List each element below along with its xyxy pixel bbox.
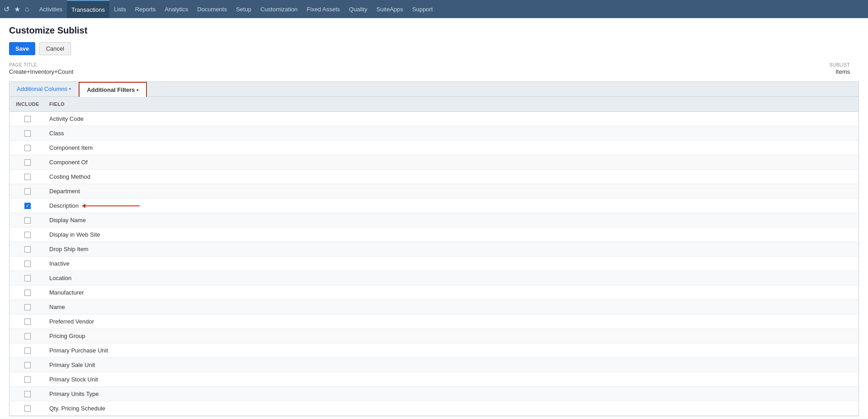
nav-item-reports[interactable]: Reports bbox=[131, 0, 160, 18]
table-row: Component Item bbox=[9, 141, 859, 155]
field-cell: Primary Purchase Unit bbox=[46, 345, 859, 356]
field-name: Display in Web Site bbox=[49, 231, 100, 238]
field-name: Location bbox=[49, 275, 71, 281]
table-row: Class bbox=[9, 126, 859, 141]
include-cell bbox=[9, 317, 46, 327]
nav-item-quality[interactable]: Quality bbox=[344, 0, 372, 18]
field-cell: Description bbox=[46, 200, 859, 211]
table-row: Preferred Vendor bbox=[9, 314, 859, 329]
field-cell: Drop Ship Item bbox=[46, 244, 859, 254]
field-checkbox[interactable] bbox=[24, 319, 31, 325]
page-title-section: PAGE TITLE Create+Inventory+Count bbox=[9, 62, 73, 75]
include-cell bbox=[9, 172, 46, 182]
field-checkbox[interactable] bbox=[24, 130, 31, 137]
nav-item-setup[interactable]: Setup bbox=[231, 0, 256, 18]
refresh-icon[interactable]: ↺ bbox=[4, 5, 9, 14]
field-checkbox[interactable] bbox=[24, 405, 31, 412]
field-cell: Class bbox=[46, 128, 859, 138]
field-name: Activity Code bbox=[49, 115, 84, 122]
field-checkbox[interactable] bbox=[24, 304, 31, 310]
nav-item-documents[interactable]: Documents bbox=[193, 0, 231, 18]
include-cell bbox=[9, 186, 46, 196]
cancel-button[interactable]: Cancel bbox=[39, 42, 71, 55]
field-checkbox[interactable] bbox=[24, 174, 31, 180]
home-icon[interactable]: ⌂ bbox=[25, 5, 29, 13]
nav-item-analytics[interactable]: Analytics bbox=[160, 0, 193, 18]
tab-0[interactable]: Additional Columns • bbox=[9, 82, 79, 96]
save-button[interactable]: Save bbox=[9, 42, 35, 55]
field-cell: Qty. Pricing Schedule bbox=[46, 403, 859, 414]
field-name: Costing Method bbox=[49, 173, 90, 180]
field-cell: Inactive bbox=[46, 258, 859, 269]
field-checkbox[interactable] bbox=[24, 203, 31, 209]
field-name: Component Item bbox=[49, 144, 93, 151]
nav-item-activities[interactable]: Activities bbox=[35, 0, 67, 18]
include-cell bbox=[9, 273, 46, 283]
table-row: Location bbox=[9, 271, 859, 286]
star-icon[interactable]: ★ bbox=[14, 5, 20, 14]
nav-item-suiteapps[interactable]: SuiteApps bbox=[372, 0, 407, 18]
nav-items: ActivitiesTransactionsListsReportsAnalyt… bbox=[35, 0, 438, 18]
field-checkbox[interactable] bbox=[24, 188, 31, 195]
field-name: Class bbox=[49, 130, 64, 137]
table-wrapper: INCLUDE FIELD Activity CodeClassComponen… bbox=[9, 96, 859, 416]
field-cell: Primary Units Type bbox=[46, 389, 859, 399]
field-name: Primary Purchase Unit bbox=[49, 347, 108, 354]
nav-item-support[interactable]: Support bbox=[408, 0, 438, 18]
field-checkbox[interactable] bbox=[24, 290, 31, 296]
field-checkbox[interactable] bbox=[24, 116, 31, 122]
field-name: Qty. Pricing Schedule bbox=[49, 405, 105, 412]
field-name: Primary Sale Unit bbox=[49, 362, 95, 368]
include-cell bbox=[9, 114, 46, 124]
field-checkbox[interactable] bbox=[24, 145, 31, 151]
field-cell: Display in Web Site bbox=[46, 229, 859, 240]
field-checkbox[interactable] bbox=[24, 376, 31, 383]
field-checkbox[interactable] bbox=[24, 348, 31, 354]
table-row: Qty. Pricing Schedule bbox=[9, 401, 859, 416]
include-cell bbox=[9, 215, 46, 225]
field-checkbox[interactable] bbox=[24, 232, 31, 238]
navbar: ↺ ★ ⌂ ActivitiesTransactionsListsReports… bbox=[0, 0, 868, 18]
page-title-value: Create+Inventory+Count bbox=[9, 68, 73, 75]
include-cell bbox=[9, 143, 46, 153]
sublist-label: SUBLIST bbox=[830, 62, 850, 67]
include-cell bbox=[9, 288, 46, 298]
table-body: Activity CodeClassComponent ItemComponen… bbox=[9, 112, 859, 416]
nav-item-transactions[interactable]: Transactions bbox=[67, 0, 109, 18]
field-checkbox[interactable] bbox=[24, 362, 31, 368]
include-cell bbox=[9, 302, 46, 312]
field-name: Description bbox=[49, 202, 79, 209]
field-checkbox[interactable] bbox=[24, 217, 31, 224]
action-buttons: Save Cancel bbox=[9, 42, 859, 55]
include-cell bbox=[9, 230, 46, 240]
navbar-icon-group: ↺ ★ ⌂ bbox=[4, 5, 29, 14]
nav-item-fixed-assets[interactable]: Fixed Assets bbox=[302, 0, 344, 18]
field-name: Pricing Group bbox=[49, 333, 85, 339]
nav-item-lists[interactable]: Lists bbox=[109, 0, 131, 18]
field-cell: Primary Sale Unit bbox=[46, 360, 859, 370]
field-checkbox[interactable] bbox=[24, 261, 31, 267]
table-row: Department bbox=[9, 184, 859, 199]
include-cell bbox=[9, 346, 46, 356]
field-checkbox[interactable] bbox=[24, 275, 31, 281]
table-row: Manufacturer bbox=[9, 286, 859, 300]
field-checkbox[interactable] bbox=[24, 333, 31, 339]
table-row: Drop Ship Item bbox=[9, 242, 859, 257]
col-header-include: INCLUDE bbox=[9, 100, 46, 109]
table-row: Costing Method bbox=[9, 170, 859, 184]
field-name: Drop Ship Item bbox=[49, 246, 89, 252]
field-cell: Department bbox=[46, 186, 859, 196]
table-row: Pricing Group bbox=[9, 329, 859, 343]
field-checkbox[interactable] bbox=[24, 246, 31, 252]
table-row: Primary Stock Unit bbox=[9, 372, 859, 387]
col-header-field: FIELD bbox=[46, 100, 859, 109]
nav-item-customization[interactable]: Customization bbox=[256, 0, 302, 18]
field-cell: Pricing Group bbox=[46, 331, 859, 341]
field-checkbox[interactable] bbox=[24, 159, 31, 166]
arrow-line bbox=[85, 205, 140, 206]
table-row: Inactive bbox=[9, 257, 859, 271]
field-checkbox[interactable] bbox=[24, 391, 31, 397]
table-row: Description bbox=[9, 199, 859, 213]
tab-1[interactable]: Additional Filters • bbox=[79, 82, 146, 97]
field-name: Preferred Vendor bbox=[49, 318, 94, 325]
